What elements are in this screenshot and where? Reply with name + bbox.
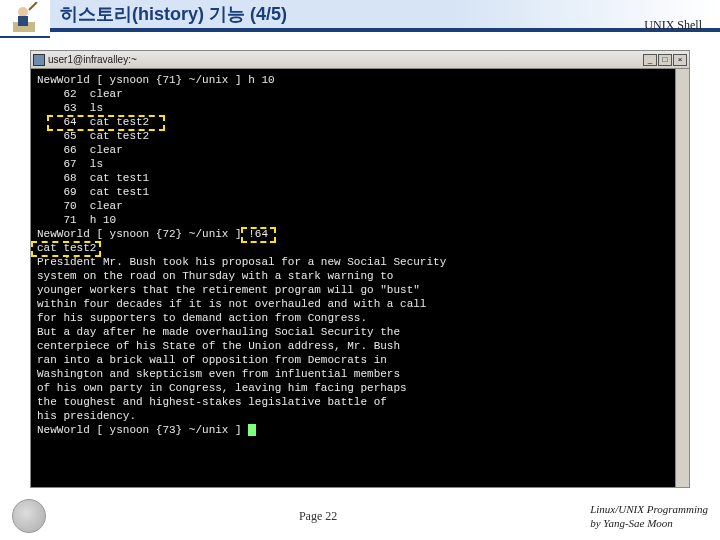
system-menu-icon bbox=[33, 54, 45, 66]
footer-credit: Linux/UNIX Programming by Yang-Sae Moon bbox=[590, 502, 708, 530]
terminal-title: user1@infravalley:~ bbox=[48, 54, 643, 65]
terminal-line: NewWorld [ ysnoon {71} ~/unix ] h 10 bbox=[37, 73, 683, 87]
terminal-line: for his supporters to demand action from… bbox=[37, 311, 683, 325]
header-icon-box bbox=[0, 0, 50, 38]
terminal-line: 66 clear bbox=[37, 143, 683, 157]
terminal-titlebar: user1@infravalley:~ _ □ × bbox=[31, 51, 689, 69]
svg-line-3 bbox=[29, 2, 37, 10]
terminal-line: system on the road on Thursday with a st… bbox=[37, 269, 683, 283]
terminal-line: the toughest and highest-stakes legislat… bbox=[37, 395, 683, 409]
svg-point-1 bbox=[18, 7, 28, 17]
writer-icon bbox=[9, 2, 41, 34]
terminal-line: But a day after he made overhauling Soci… bbox=[37, 325, 683, 339]
window-controls: _ □ × bbox=[643, 54, 687, 66]
terminal-line: his presidency. bbox=[37, 409, 683, 423]
slide-title: 히스토리(history) 기능 (4/5) bbox=[60, 2, 287, 26]
terminal-line: younger workers that the retirement prog… bbox=[37, 283, 683, 297]
terminal-line: 71 h 10 bbox=[37, 213, 683, 227]
slide-header: 히스토리(history) 기능 (4/5) UNIX Shell bbox=[0, 0, 720, 38]
terminal-line: 65 cat test2 bbox=[37, 129, 683, 143]
author-name: by Yang-Sae Moon bbox=[590, 516, 708, 530]
terminal-line: 69 cat test1 bbox=[37, 185, 683, 199]
terminal-line: Washington and skepticism even from infl… bbox=[37, 367, 683, 381]
terminal-line: ran into a brick wall of opposition from… bbox=[37, 353, 683, 367]
terminal-line: 67 ls bbox=[37, 157, 683, 171]
page-number: Page 22 bbox=[46, 509, 590, 524]
corner-label: UNIX Shell bbox=[644, 18, 702, 33]
terminal-line: 70 clear bbox=[37, 199, 683, 213]
terminal-line: centerpiece of his State of the Union ad… bbox=[37, 339, 683, 353]
terminal-line: NewWorld [ ysnoon {73} ~/unix ] bbox=[37, 423, 683, 437]
cursor-icon bbox=[248, 424, 256, 436]
terminal-body: NewWorld [ ysnoon {71} ~/unix ] h 10 62 … bbox=[31, 69, 689, 487]
terminal-line: President Mr. Bush took his proposal for… bbox=[37, 255, 683, 269]
university-logo-icon bbox=[12, 499, 46, 533]
minimize-button[interactable]: _ bbox=[643, 54, 657, 66]
maximize-button[interactable]: □ bbox=[658, 54, 672, 66]
terminal-line: 68 cat test1 bbox=[37, 171, 683, 185]
terminal-line: NewWorld [ ysnoon {72} ~/unix ] !64 bbox=[37, 227, 683, 241]
terminal-window: user1@infravalley:~ _ □ × NewWorld [ ysn… bbox=[30, 50, 690, 488]
svg-rect-2 bbox=[18, 16, 28, 26]
terminal-line: 62 clear bbox=[37, 87, 683, 101]
terminal-line: of his own party in Congress, leaving hi… bbox=[37, 381, 683, 395]
close-button[interactable]: × bbox=[673, 54, 687, 66]
terminal-line: within four decades if it is not overhau… bbox=[37, 297, 683, 311]
terminal-line: 64 cat test2 bbox=[37, 115, 683, 129]
slide-footer: Page 22 Linux/UNIX Programming by Yang-S… bbox=[0, 496, 720, 536]
terminal-line: 63 ls bbox=[37, 101, 683, 115]
course-name: Linux/UNIX Programming bbox=[590, 502, 708, 516]
title-bar: 히스토리(history) 기능 (4/5) bbox=[50, 0, 720, 32]
terminal-line: cat test2 bbox=[37, 241, 683, 255]
